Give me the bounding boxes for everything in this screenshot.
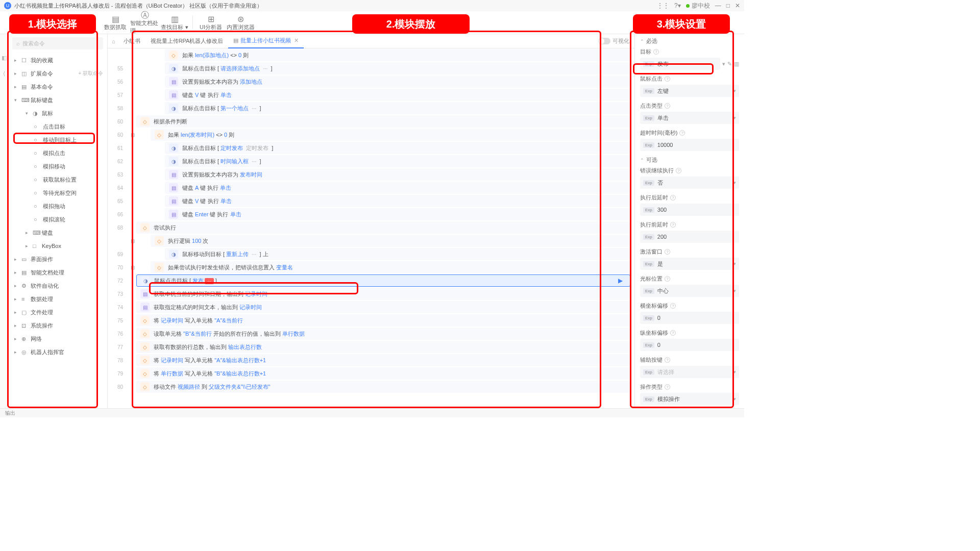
- code-block[interactable]: ◇将 记录时间 写入单元格 "A"&当前行: [136, 314, 630, 327]
- code-line[interactable]: 72◑鼠标点击目标 [ 发布··· ]▶: [108, 274, 634, 287]
- code-block[interactable]: ◑鼠标点击目标 [ 发布··· ]▶: [136, 274, 630, 287]
- fold-gutter[interactable]: ⊟: [129, 238, 136, 244]
- prop-ctype-input[interactable]: Exp单击▾: [640, 112, 739, 124]
- prop-voff-input[interactable]: Exp0: [640, 339, 739, 351]
- search-input[interactable]: ⌕搜索命令: [12, 37, 103, 49]
- prop-errcont-input[interactable]: Exp否▾: [640, 177, 739, 189]
- code-block[interactable]: ◇执行逻辑 100 次: [151, 235, 630, 247]
- prop-click-input[interactable]: Exp左键▾: [640, 85, 739, 97]
- find-target-button[interactable]: ▥查找目标 ▾: [160, 12, 189, 33]
- code-line[interactable]: 62◑鼠标点击目标 [ 时间输入框 ··· ]: [108, 155, 634, 168]
- tree-mouse[interactable]: ▾◑鼠标: [8, 107, 107, 120]
- tree-sim-click[interactable]: ○模拟点击: [8, 146, 107, 160]
- code-line[interactable]: 80◇移动文件 视频路径 到 父级文件夹&"\\已经发布": [108, 380, 634, 393]
- tree-sim-scroll[interactable]: ○模拟滚轮: [8, 213, 107, 226]
- prop-optype-input[interactable]: Exp模拟操作▾: [640, 393, 739, 405]
- code-block[interactable]: ◇移动文件 视频路径 到 父级文件夹&"\\已经发布": [136, 381, 630, 393]
- tree-sim-drag[interactable]: ○模拟拖动: [8, 199, 107, 213]
- prop-target-input[interactable]: Exp发布: [640, 58, 720, 70]
- tree-doc[interactable]: ▸▤智能文档处理: [8, 266, 107, 279]
- code-line[interactable]: 58◑鼠标点击目标 [ 第一个地点 ··· ]: [108, 102, 634, 115]
- prop-timeout-input[interactable]: Exp10000: [640, 139, 739, 151]
- tree-sys[interactable]: ▸⊡系统操作: [8, 319, 107, 332]
- tree-keybox[interactable]: ▸□KeyBox: [8, 239, 107, 253]
- code-block[interactable]: ▤设置剪贴板文本内容为 添加地点: [165, 76, 630, 88]
- code-area[interactable]: ◇如果 len(添加地点) <> 0 则55◑鼠标点击目标 [ 请选择添加地点 …: [108, 48, 634, 408]
- code-block[interactable]: ◑鼠标点击目标 [ 请选择添加地点 ··· ]: [165, 62, 630, 74]
- minimize-icon[interactable]: —: [715, 2, 721, 9]
- tree-mouse-keyboard[interactable]: ▾⌨鼠标键盘: [8, 93, 107, 107]
- code-block[interactable]: ▤键盘 V 键 执行 单击: [165, 195, 630, 207]
- apps-icon[interactable]: ⋮⋮: [657, 2, 669, 9]
- code-line[interactable]: 66▤键盘 Enter 键 执行 单击: [108, 208, 634, 221]
- code-line[interactable]: 64▤键盘 A 键 执行 单击: [108, 181, 634, 194]
- code-line[interactable]: 65▤键盘 V 键 执行 单击: [108, 194, 634, 208]
- prop-postdelay-input[interactable]: Exp300: [640, 204, 739, 216]
- code-block[interactable]: ◑鼠标点击目标 [ 时间输入框 ··· ]: [165, 155, 630, 167]
- code-block[interactable]: ◇尝试执行: [136, 221, 630, 234]
- code-line[interactable]: ◇如果 len(添加地点) <> 0 则: [108, 48, 634, 62]
- code-block[interactable]: ▤获取指定格式的时间文本，输出到 记录时间: [136, 301, 630, 313]
- prop-hoff-input[interactable]: Exp0: [640, 312, 739, 324]
- tab-3[interactable]: ▤批量上传小红书视频✕: [228, 34, 304, 48]
- code-line[interactable]: 56▤设置剪贴板文本内容为 添加地点: [108, 75, 634, 88]
- tab-2[interactable]: 视批量上传RPA机器人修改后: [145, 34, 229, 48]
- code-line[interactable]: 68◇尝试执行: [108, 221, 634, 234]
- code-line[interactable]: 78◇将 记录时间 写入单元格 "A"&输出表总行数+1: [108, 354, 634, 367]
- prop-activate-input[interactable]: Exp是▾: [640, 258, 739, 270]
- tree-sim-move[interactable]: ○模拟移动: [8, 160, 107, 173]
- tree-basic[interactable]: ▸▤基本命令: [8, 80, 107, 93]
- code-block[interactable]: ◇如果 len(添加地点) <> 0 则: [165, 49, 630, 61]
- code-block[interactable]: ◑鼠标点击目标 [ 第一个地点 ··· ]: [165, 102, 630, 114]
- tree-ui-ops[interactable]: ▸▭界面操作: [8, 253, 107, 266]
- maximize-icon[interactable]: □: [726, 2, 730, 9]
- tab-1[interactable]: 小红书: [118, 34, 145, 48]
- visual-toggle[interactable]: 可视化: [598, 37, 629, 45]
- code-line[interactable]: 73▤获取本机当前的时间和日期，输出到 记录时间: [108, 287, 634, 300]
- code-line[interactable]: 69◑鼠标移动到目标 [ 重新上传 ··· ] 上: [108, 247, 634, 261]
- code-line[interactable]: 60⊟◇如果 len(发布时间) <> 0 则: [108, 128, 634, 141]
- code-block[interactable]: ◇如果尝试执行时发生错误，把错误信息置入 变量名: [151, 261, 630, 273]
- code-line[interactable]: 76◇读取单元格 "B"&当前行 开始的所在行的值，输出到 单行数据: [108, 327, 634, 340]
- code-block[interactable]: ◑鼠标移动到目标 [ 重新上传 ··· ] 上: [165, 248, 630, 260]
- ui-analyzer-button[interactable]: ⊞UI分析器: [196, 12, 226, 33]
- prop-cursor-input[interactable]: Exp中心▾: [640, 285, 739, 297]
- extract-button[interactable]: ▤数据抓取: [101, 12, 130, 33]
- code-block[interactable]: ◇如果 len(发布时间) <> 0 则: [151, 129, 630, 141]
- code-block[interactable]: ▤键盘 V 键 执行 单击: [165, 89, 630, 101]
- close-icon[interactable]: ✕: [735, 2, 740, 9]
- code-line[interactable]: 79◇将 单行数据 写入单元格 "B"&输出表总行数+1: [108, 367, 634, 380]
- code-block[interactable]: ◇读取单元格 "B"&当前行 开始的所在行的值，输出到 单行数据: [136, 328, 630, 340]
- code-block[interactable]: ◇获取有数据的行总数，输出到 输出表总行数: [136, 341, 630, 353]
- fold-gutter[interactable]: ⊟: [129, 132, 136, 138]
- tree-get-pos[interactable]: ○获取鼠标位置: [8, 173, 107, 186]
- code-block[interactable]: ▤键盘 A 键 执行 单击: [165, 182, 630, 194]
- code-block[interactable]: ◑鼠标点击目标 [ 定时发布 定时发布 ]: [165, 142, 630, 154]
- rail-icon[interactable]: ⟨: [3, 70, 5, 77]
- fold-gutter[interactable]: ⊟: [129, 265, 136, 270]
- dropdown-icon[interactable]: ▾: [722, 61, 725, 67]
- tree-robot[interactable]: ▸◎机器人指挥官: [8, 345, 107, 359]
- get-cmd-link[interactable]: + 获取命令: [78, 70, 103, 77]
- code-line[interactable]: 60◇根据条件判断: [108, 115, 634, 128]
- code-line[interactable]: ⊟◇执行逻辑 100 次: [108, 234, 634, 247]
- section-required[interactable]: ⌃必选: [640, 37, 739, 45]
- run-line-icon[interactable]: ▶: [618, 277, 626, 284]
- tree-soft[interactable]: ▸⚙软件自动化: [8, 279, 107, 292]
- code-block[interactable]: ◇将 记录时间 写入单元格 "A"&输出表总行数+1: [136, 354, 630, 366]
- code-block[interactable]: ▤获取本机当前的时间和日期，输出到 记录时间: [136, 288, 630, 300]
- code-line[interactable]: 57▤键盘 V 键 执行 单击: [108, 88, 634, 102]
- smart-doc-button[interactable]: Ⓐ智能文档处理: [130, 12, 160, 33]
- code-line[interactable]: 55◑鼠标点击目标 [ 请选择添加地点 ··· ]: [108, 62, 634, 75]
- code-line[interactable]: 77◇获取有数据的行总数，输出到 输出表总行数: [108, 340, 634, 354]
- tree-file[interactable]: ▸▢文件处理: [8, 306, 107, 319]
- tree-click-target[interactable]: ○点击目标: [8, 120, 107, 133]
- tree-move-to[interactable]: ○移动到目标上: [8, 133, 107, 146]
- prop-aux-input[interactable]: Exp请选择▾: [640, 366, 739, 378]
- tree-keyboard[interactable]: ▸⌨键盘: [8, 226, 107, 239]
- rail-icon[interactable]: ◧: [2, 55, 7, 61]
- help-icon[interactable]: ?▾: [674, 2, 681, 9]
- edit-icon[interactable]: ✎: [727, 61, 732, 67]
- code-line[interactable]: 61◑鼠标点击目标 [ 定时发布 定时发布 ]: [108, 141, 634, 155]
- code-block[interactable]: ◇根据条件判断: [136, 115, 630, 128]
